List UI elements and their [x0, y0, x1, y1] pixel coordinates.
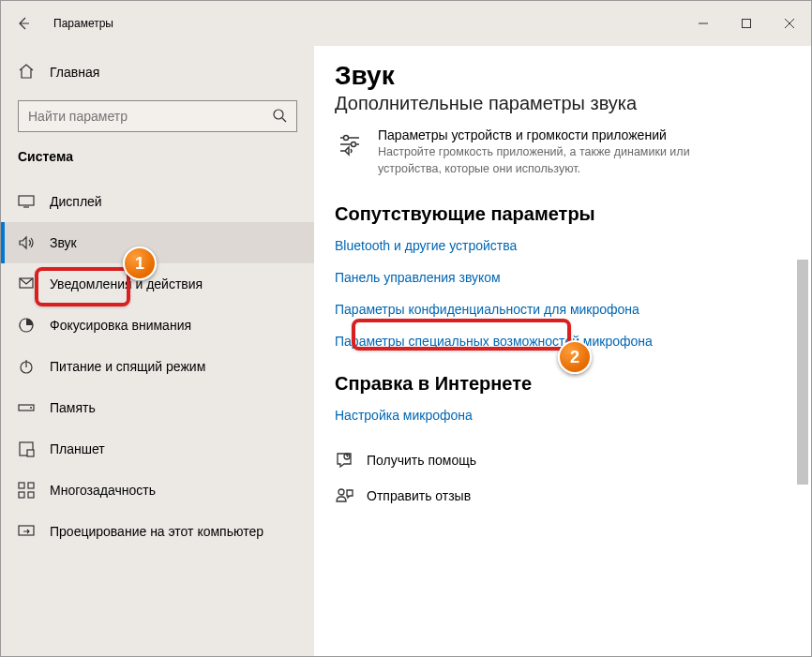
- sidebar-item-label: Уведомления и действия: [50, 276, 203, 291]
- feedback-label: Отправить отзыв: [367, 488, 471, 503]
- scrollbar-vertical[interactable]: [796, 46, 809, 656]
- app-volume-option[interactable]: Параметры устройств и громкости приложен…: [335, 127, 790, 177]
- option-title: Параметры устройств и громкости приложен…: [378, 127, 734, 142]
- sidebar-item-label: Фокусировка внимания: [50, 318, 191, 333]
- sidebar-item-label: Память: [50, 400, 96, 415]
- svg-rect-13: [19, 526, 34, 535]
- link-mic-privacy[interactable]: Параметры конфиденциальности для микрофо…: [335, 302, 790, 317]
- minimize-button[interactable]: [682, 8, 725, 38]
- help-section-title: Справка в Интернете: [335, 373, 790, 395]
- sliders-icon: [335, 129, 365, 159]
- option-description: Настройте громкость приложений, а также …: [378, 144, 734, 177]
- sidebar: Главная Система Дисплей Звук Уведомлен: [1, 46, 314, 656]
- sidebar-item-projecting[interactable]: Проецирование на этот компьютер: [1, 511, 314, 552]
- tablet-icon: [18, 440, 35, 457]
- scrollbar-thumb[interactable]: [797, 260, 808, 485]
- search-input[interactable]: [18, 100, 297, 132]
- annotation-badge-2: 2: [558, 340, 592, 374]
- get-help-label: Получить помощь: [367, 453, 476, 468]
- category-title: Система: [1, 149, 314, 164]
- sidebar-item-storage[interactable]: Память: [1, 387, 314, 428]
- svg-rect-12: [28, 492, 34, 498]
- sidebar-item-notifications[interactable]: Уведомления и действия: [1, 263, 314, 305]
- feedback-icon: [335, 486, 353, 505]
- projecting-icon: [18, 523, 35, 540]
- svg-rect-10: [28, 483, 34, 488]
- home-icon: [18, 63, 35, 82]
- maximize-button[interactable]: [725, 8, 768, 38]
- sound-icon: [18, 234, 35, 251]
- window-controls: [682, 8, 811, 38]
- svg-rect-9: [19, 483, 24, 488]
- sidebar-item-label: Питание и спящий режим: [50, 359, 205, 374]
- sidebar-item-label: Многозадачность: [50, 483, 156, 498]
- page-title: Звук: [335, 61, 790, 91]
- svg-rect-2: [19, 196, 34, 205]
- notifications-icon: [18, 276, 35, 292]
- search-icon: [272, 108, 287, 126]
- home-label: Главная: [50, 65, 99, 80]
- help-icon: [335, 451, 353, 470]
- sidebar-item-multitasking[interactable]: Многозадачность: [1, 470, 314, 511]
- svg-rect-11: [19, 492, 24, 498]
- svg-point-6: [30, 407, 32, 409]
- window-title: Параметры: [46, 17, 682, 30]
- storage-icon: [18, 399, 35, 416]
- related-section-title: Сопутствующие параметры: [335, 203, 790, 225]
- advanced-section-title: Дополнительные параметры звука: [335, 93, 790, 114]
- sidebar-item-label: Планшет: [50, 441, 105, 456]
- sidebar-item-power[interactable]: Питание и спящий режим: [1, 346, 314, 387]
- get-help-link[interactable]: Получить помощь: [335, 451, 790, 470]
- link-bluetooth[interactable]: Bluetooth и другие устройства: [335, 238, 790, 253]
- focus-icon: [18, 317, 35, 334]
- link-sound-control-panel[interactable]: Панель управления звуком: [335, 270, 790, 285]
- titlebar: Параметры: [1, 1, 811, 46]
- sidebar-item-display[interactable]: Дисплей: [1, 181, 314, 222]
- sidebar-item-label: Проецирование на этот компьютер: [50, 524, 263, 539]
- svg-rect-0: [743, 20, 751, 28]
- sidebar-item-focus[interactable]: Фокусировка внимания: [1, 305, 314, 346]
- power-icon: [18, 358, 35, 375]
- annotation-badge-1: 1: [123, 246, 157, 280]
- sidebar-item-sound[interactable]: Звук: [1, 222, 314, 263]
- svg-rect-8: [27, 450, 34, 456]
- sidebar-item-label: Дисплей: [50, 194, 102, 209]
- feedback-link[interactable]: Отправить отзыв: [335, 486, 790, 505]
- close-button[interactable]: [768, 8, 811, 38]
- sidebar-item-tablet[interactable]: Планшет: [1, 428, 314, 470]
- svg-point-15: [352, 142, 356, 147]
- sidebar-item-label: Звук: [50, 235, 77, 250]
- search-field[interactable]: [28, 109, 272, 124]
- multitasking-icon: [18, 482, 35, 499]
- back-button[interactable]: [1, 1, 46, 46]
- svg-point-17: [338, 489, 344, 495]
- svg-point-1: [274, 110, 283, 119]
- svg-point-14: [344, 136, 349, 141]
- home-nav[interactable]: Главная: [1, 53, 314, 91]
- link-mic-setup[interactable]: Настройка микрофона: [335, 408, 790, 423]
- display-icon: [18, 193, 35, 210]
